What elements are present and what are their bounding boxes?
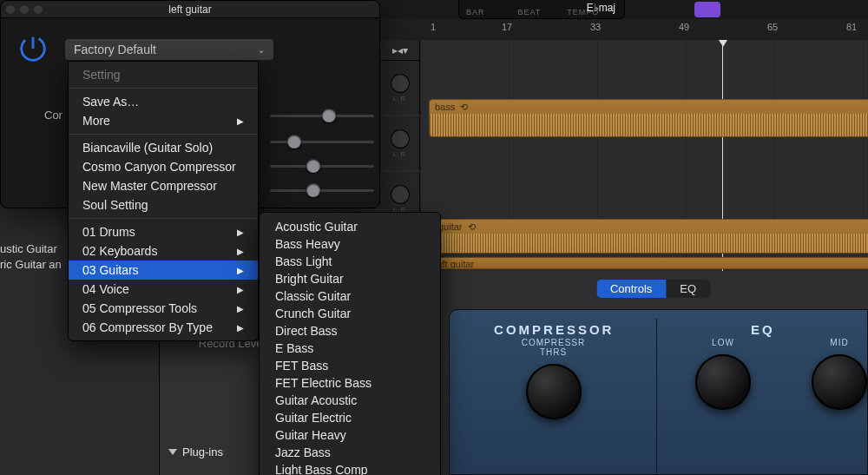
window-traffic-lights[interactable] bbox=[6, 5, 43, 14]
eq-low-knob[interactable] bbox=[695, 354, 751, 410]
knob-label: COMPRESSR THRS bbox=[516, 338, 591, 357]
knob-group: MID bbox=[812, 338, 867, 419]
track-menu-icon[interactable]: ▸◂▾ bbox=[380, 40, 420, 61]
tab-eq[interactable]: EQ bbox=[666, 280, 710, 298]
menu-item-more[interactable]: More▶ bbox=[69, 111, 258, 130]
submenu-item[interactable]: Crunch Guitar bbox=[260, 305, 440, 322]
menu-item-user-preset[interactable]: New Master Compressor bbox=[69, 176, 258, 195]
lcd-key[interactable]: E♭maj bbox=[587, 2, 615, 14]
submenu-item[interactable]: FET Bass bbox=[260, 357, 440, 374]
divider bbox=[656, 319, 657, 475]
menu-item-category-selected[interactable]: 03 Guitars▶ bbox=[69, 261, 258, 280]
knob-group: LOW bbox=[695, 338, 751, 419]
loop-icon: ⟲ bbox=[468, 221, 476, 233]
menu-item-user-preset[interactable]: Biancaville (Guitar Solo) bbox=[69, 138, 258, 157]
preset-submenu-guitars: Acoustic Guitar Bass Heavy Bass Light Br… bbox=[259, 212, 441, 475]
submenu-arrow-icon: ▶ bbox=[237, 266, 244, 275]
menu-item-setting: Setting bbox=[69, 65, 258, 84]
timeline-ruler[interactable]: 1 17 33 49 65 81 97 bbox=[380, 19, 868, 40]
submenu-item[interactable]: FET Electric Bass bbox=[260, 374, 440, 392]
submenu-item[interactable]: Jazz Bass bbox=[260, 444, 440, 461]
ruler-mark: 81 bbox=[846, 22, 857, 32]
track-name-fragment[interactable]: ric Guitar an bbox=[0, 257, 62, 273]
menu-item-category[interactable]: 01 Drums▶ bbox=[69, 222, 258, 241]
preset-selector[interactable]: Factory Default ⌄ bbox=[65, 39, 273, 60]
lcd-display: BAR BEAT TEMPO E♭maj bbox=[458, 0, 625, 19]
track-list-fragment: ustic Guitar ric Guitar an bbox=[0, 241, 62, 273]
submenu-arrow-icon: ▶ bbox=[237, 304, 244, 313]
ruler-mark: 49 bbox=[679, 22, 689, 32]
label-compressor-side: Cor bbox=[44, 109, 62, 122]
menu-item-user-preset[interactable]: Cosmo Canyon Compressor bbox=[69, 157, 258, 176]
menu-item-category[interactable]: 04 Voice▶ bbox=[69, 280, 258, 299]
ruler-mark: 17 bbox=[502, 22, 512, 32]
submenu-item[interactable]: Light Bass Comp bbox=[260, 461, 440, 475]
ruler-mark: 65 bbox=[767, 22, 778, 32]
audio-region-bass[interactable]: bass⟲ bbox=[429, 99, 868, 137]
waveform-icon bbox=[433, 234, 868, 253]
plugin-slider[interactable] bbox=[270, 157, 374, 175]
submenu-item[interactable]: Bass Light bbox=[260, 253, 440, 270]
submenu-item[interactable]: E Bass bbox=[260, 340, 440, 357]
smart-controls-panel: Controls EQ COMPRESSOR EQ COMPRESSR THRS… bbox=[438, 271, 868, 475]
submenu-item[interactable]: Direct Bass bbox=[260, 322, 440, 340]
compressor-threshold-knob[interactable] bbox=[526, 364, 582, 419]
pan-knob-icon[interactable] bbox=[391, 129, 410, 148]
submenu-item[interactable]: Guitar Electric bbox=[260, 409, 440, 426]
menu-item-category[interactable]: 02 Keyboards▶ bbox=[69, 241, 258, 261]
section-label-compressor: COMPRESSOR bbox=[450, 322, 659, 337]
menu-separator bbox=[69, 88, 258, 89]
smart-tab-segment: Controls EQ bbox=[596, 280, 710, 298]
loop-icon: ⟲ bbox=[460, 102, 468, 113]
pan-knob-icon[interactable] bbox=[391, 74, 410, 93]
track-header[interactable]: L R bbox=[380, 116, 420, 170]
plugin-slider[interactable] bbox=[270, 133, 374, 150]
lcd-bar-label: BAR bbox=[466, 8, 485, 16]
preset-name: Factory Default bbox=[74, 43, 156, 56]
disclosure-triangle-icon bbox=[168, 449, 177, 455]
arrange-area: 1 17 33 49 65 81 97 ▸◂▾ L R L R L R bass… bbox=[380, 19, 868, 271]
toolbar-button[interactable] bbox=[694, 2, 720, 17]
menu-item-category[interactable]: 06 Compressor By Type▶ bbox=[69, 318, 258, 337]
ruler-mark: 1 bbox=[431, 22, 436, 32]
power-icon[interactable] bbox=[16, 32, 49, 65]
plugin-slider[interactable] bbox=[270, 181, 374, 199]
pan-knob-icon[interactable] bbox=[391, 185, 410, 204]
menu-separator bbox=[69, 134, 258, 135]
menu-item-user-preset[interactable]: Soul Setting bbox=[69, 195, 258, 214]
submenu-arrow-icon: ▶ bbox=[237, 116, 244, 126]
submenu-item[interactable]: Classic Guitar bbox=[260, 287, 440, 305]
submenu-item[interactable]: Bright Guitar bbox=[260, 270, 440, 287]
knob-label: LOW bbox=[695, 338, 751, 347]
waveform-icon bbox=[430, 114, 868, 136]
submenu-item[interactable]: Bass Heavy bbox=[260, 235, 440, 253]
lcd-beat-label: BEAT bbox=[518, 8, 542, 16]
chevron-down-icon: ⌄ bbox=[258, 45, 265, 55]
submenu-item[interactable]: Acoustic Guitar bbox=[260, 218, 440, 235]
track-name-fragment[interactable]: ustic Guitar bbox=[0, 241, 62, 257]
knob-group: COMPRESSR THRS bbox=[516, 338, 591, 419]
preset-menu: Setting Save As… More▶ Biancaville (Guit… bbox=[68, 61, 259, 341]
audio-region-guitar[interactable]: guitar⟲ bbox=[432, 219, 868, 254]
plugin-window-title: left guitar bbox=[1, 1, 379, 18]
ruler-mark: 33 bbox=[590, 22, 601, 32]
menu-item-save-as[interactable]: Save As… bbox=[69, 92, 258, 111]
submenu-arrow-icon: ▶ bbox=[237, 247, 244, 256]
region-name: bass bbox=[435, 102, 455, 112]
knob-label: MID bbox=[812, 338, 867, 347]
menu-item-category[interactable]: 05 Compressor Tools▶ bbox=[69, 299, 258, 318]
region-name: guitar bbox=[438, 221, 463, 232]
submenu-arrow-icon: ▶ bbox=[237, 285, 244, 294]
submenu-arrow-icon: ▶ bbox=[237, 228, 244, 237]
submenu-arrow-icon: ▶ bbox=[237, 323, 244, 333]
section-label-eq: EQ bbox=[659, 322, 868, 337]
fx-panel: COMPRESSOR EQ COMPRESSR THRS LOW MID bbox=[449, 309, 868, 475]
plugin-slider[interactable] bbox=[270, 107, 374, 124]
audio-region-left-guitar[interactable]: left guitar bbox=[429, 257, 868, 269]
eq-mid-knob[interactable] bbox=[812, 354, 867, 410]
submenu-item[interactable]: Guitar Acoustic bbox=[260, 392, 440, 409]
menu-separator bbox=[69, 218, 258, 219]
submenu-item[interactable]: Guitar Heavy bbox=[260, 426, 440, 444]
tab-controls[interactable]: Controls bbox=[596, 280, 666, 298]
track-header[interactable]: L R bbox=[380, 61, 420, 115]
